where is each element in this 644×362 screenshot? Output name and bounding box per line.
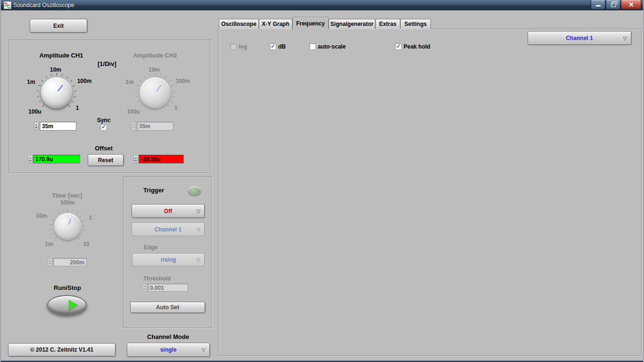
offset-reset-button[interactable]: Reset [88,154,124,166]
amplitude-ch2-spinner[interactable] [131,122,136,130]
window-bottom-border [1,359,643,362]
amplitude-ch1-knob[interactable] [41,77,72,108]
threshold-value[interactable]: 0.001 [148,283,188,292]
ch2-scale-100m: 100m [173,78,193,84]
ch2-scale-1m: 1m [122,79,137,85]
knob-tick [51,219,54,221]
tab-content-panel [218,28,642,356]
restore-icon [611,3,616,7]
trigger-mode-value: Off [164,208,172,214]
peak-hold-label: Peak hold [404,43,430,50]
minimize-icon [596,5,601,7]
chevron-down-icon: ▽ [202,347,206,353]
per-div-label: [1/Div] [98,60,116,67]
run-stop-label: Run/Stop [46,284,89,291]
offset-ch2-spinner[interactable] [133,155,138,163]
offset-ch2-value[interactable]: -38.56u [139,155,184,164]
knob-tick [80,215,82,217]
log-scale-checkbox[interactable] [230,43,237,50]
time-value[interactable]: 200m [53,258,87,266]
window-title: Soundcard Oszilloscope [13,2,74,8]
chevron-down-icon: ▽ [197,208,200,214]
amplitude-ch1-spinner[interactable] [34,122,39,130]
knob-tick [55,237,57,239]
minimize-button[interactable] [591,0,605,9]
time-knob[interactable] [54,213,81,240]
tab-oscilloscope[interactable]: Oscilloscope [219,19,259,29]
channel-mode-label: Channel Mode [141,333,195,340]
sync-label: Sync [93,117,114,123]
offset-ch1-value[interactable]: 170.9u [33,155,80,164]
db-label: dB [278,43,286,50]
tab-settings[interactable]: Settings [400,19,431,29]
auto-scale-checkbox[interactable] [309,43,316,50]
close-button[interactable] [621,0,641,9]
knob-tick [58,212,59,214]
time-scale-1m: 1m [42,241,56,247]
copyright-button[interactable]: © 2012 C. Zeitnitz V1.41 [8,343,116,356]
channel-select-dropdown[interactable]: Channel 1▽ [528,31,631,45]
knob-tick [54,215,56,216]
knob-tick [50,224,52,225]
knob-tick [140,105,143,107]
time-scale-1: 1 [87,214,94,221]
trigger-edge-value: rising [161,256,176,263]
tab-signalgenerator[interactable]: Signalgenerator [329,19,375,29]
auto-set-button[interactable]: Auto Set [130,302,205,313]
knob-tick [76,212,78,214]
knob-tick [68,105,70,107]
close-icon [628,2,634,7]
knob-tick [57,73,57,76]
ch1-scale-100m: 100m [74,78,95,84]
ch1-scale-1m: 1m [24,79,39,85]
knob-face [140,77,171,108]
ch1-scale-100u: 100u [25,108,44,115]
knob-tick [70,80,72,82]
trigger-led [188,186,201,195]
knob-face [41,77,72,108]
amplitude-ch1-title: Amplitude CH1 [26,52,97,59]
time-spinner[interactable] [48,258,52,266]
amplitude-ch2-knob[interactable] [140,77,171,108]
ch2-scale-100u: 100u [124,108,143,115]
offset-ch1-spinner[interactable] [28,155,33,163]
channel-mode-dropdown[interactable]: single▽ [127,343,210,357]
title-bar[interactable]: Soundcard Oszilloscope [1,0,643,10]
app-icon [4,1,11,9]
knob-tick [72,210,73,212]
knob-tick [81,234,83,235]
threshold-label: Threshold [143,275,171,282]
tab-xy-graph[interactable]: X-Y Graph [259,19,292,29]
threshold-spinner[interactable] [142,284,147,292]
trigger-title: Trigger [143,187,164,194]
peak-hold-checkbox[interactable] [395,43,402,50]
amplitude-ch1-value[interactable]: 35m [40,122,76,131]
trigger-mode-dropdown[interactable]: Off▽ [132,204,205,218]
trigger-edge-dropdown[interactable]: rising▽ [132,253,205,266]
knob-tick [155,73,156,76]
chevron-down-icon: ▽ [197,226,200,232]
ch1-scale-1: 1 [73,105,82,111]
restore-button[interactable] [606,0,620,9]
time-scale-10m: 10m [34,213,49,219]
channel-select-value: Channel 1 [566,35,593,41]
auto-scale-label: auto-scale [318,43,346,50]
ch2-scale-1: 1 [171,105,181,111]
tab-extras[interactable]: Extras [375,19,400,29]
amplitude-ch2-title: Amplitude CH2 [120,52,190,59]
amplitude-ch2-value[interactable]: 35m [137,122,173,131]
run-stop-button[interactable] [47,295,87,315]
knob-tick [83,225,85,225]
sync-checkbox[interactable] [100,124,107,131]
exit-button[interactable]: Exit [30,19,87,33]
log-scale-label: log [239,43,247,50]
ch1-scale-10m: 10m [47,66,64,73]
chevron-down-icon: ▽ [623,35,627,41]
db-checkbox[interactable] [270,43,276,50]
knob-tick [140,80,141,82]
knob-tick [41,80,43,82]
tab-frequency[interactable]: Frequency [292,17,329,29]
trigger-source-dropdown[interactable]: Channel 1▽ [132,222,205,236]
knob-tick [62,209,63,211]
channel-mode-value: single [160,346,177,353]
